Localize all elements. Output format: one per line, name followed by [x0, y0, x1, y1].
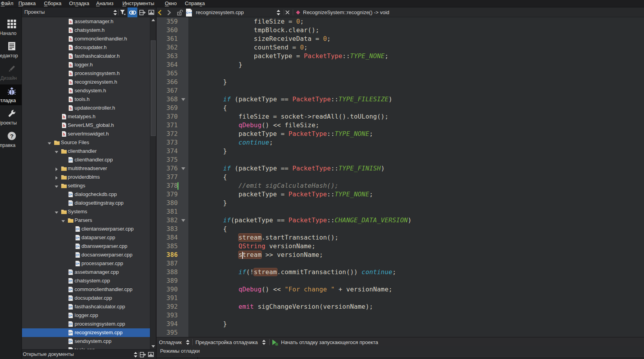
back-chevron-icon[interactable]	[158, 7, 164, 17]
tree-item-Source Files[interactable]: Source Files	[22, 138, 156, 147]
tree-item-processingsystem.h[interactable]: hprocessingsystem.h	[22, 69, 156, 78]
menu-8[interactable]: Справка	[185, 0, 205, 7]
split-panel-icon[interactable]	[139, 350, 146, 359]
tree-item-dbanswerparser.cpp[interactable]: Cdbanswerparser.cpp	[22, 242, 156, 251]
menu-7[interactable]: Окно	[165, 0, 177, 7]
fold-marker-icon[interactable]	[181, 219, 185, 222]
expanded-arrow-icon[interactable]	[61, 218, 66, 223]
editor-tab-filename[interactable]: recognizesystem.cpp	[196, 7, 244, 17]
menu-5[interactable]: Анализ	[96, 0, 113, 7]
tree-item-tools.h[interactable]: htools.h	[22, 95, 156, 104]
tree-item-multithreadserver[interactable]: multithreadserver	[22, 164, 156, 173]
start-debugging-label[interactable]: Начать отладку запускающегося проекта	[281, 337, 378, 347]
fold-marker-icon[interactable]	[181, 98, 185, 101]
tree-item-docsupdater.cpp[interactable]: Cdocsupdater.cpp	[22, 294, 156, 302]
tree-item-clienthandler[interactable]: clienthandler	[22, 147, 156, 156]
combo-updown-icon[interactable]	[186, 337, 192, 347]
tree-item-docsanswerparser.cpp[interactable]: Cdocsanswerparser.cpp	[22, 251, 156, 259]
start-debugging-icon[interactable]	[272, 337, 279, 347]
unlocked-padlock-icon[interactable]	[177, 7, 184, 17]
code-line-362: 362 countSend = 0;	[157, 43, 644, 52]
hide-panel-icon[interactable]	[148, 350, 154, 359]
tree-item-serverlmswidget.h[interactable]: hserverlmswidget.h	[22, 130, 156, 138]
tree-item-assetsmanager.h[interactable]: hassetsmanager.h	[22, 17, 156, 26]
expanded-arrow-icon[interactable]	[54, 209, 59, 214]
split-panel-icon[interactable]	[139, 7, 146, 17]
code-line-385: 385 QString versionName;	[157, 242, 644, 251]
mode-welcome-grid[interactable]: Начало	[0, 17, 22, 40]
menu-4[interactable]: Отладка	[69, 0, 89, 7]
mode-editor-document[interactable]: Редактор	[0, 40, 22, 62]
tree-item-Systems[interactable]: Systems	[22, 207, 156, 216]
tree-item-commonclienthandler.cpp[interactable]: Ccommonclienthandler.cpp	[22, 285, 156, 294]
tree-item-fasthashcalculator.cpp[interactable]: Cfasthashcalculator.cpp	[22, 302, 156, 311]
menu-1[interactable]: Файл	[1, 0, 13, 7]
tree-item-sendsystem.cpp[interactable]: Csendsystem.cpp	[22, 337, 156, 346]
tree-item-processparser.cpp[interactable]: Cprocessparser.cpp	[22, 259, 156, 268]
tree-item-logger.h[interactable]: hlogger.h	[22, 60, 156, 69]
tree-item-settings[interactable]: settings	[22, 181, 156, 190]
tree-item-dialogcheckdb.cpp[interactable]: Cdialogcheckdb.cpp	[22, 190, 156, 199]
menu-2[interactable]: Правка	[18, 0, 36, 7]
tree-item-chatsystem.h[interactable]: hchatsystem.h	[22, 26, 156, 35]
current-symbol-dropdown[interactable]: RecognizeSystem::recognize() -> void	[303, 7, 389, 17]
cpp-file-icon: C	[68, 200, 74, 206]
mode-debug-bug[interactable]: Отладка	[0, 84, 22, 105]
hide-panel-icon[interactable]	[148, 7, 155, 17]
mode-help-question[interactable]: ?Справка	[0, 129, 22, 152]
document-dropdown-icon[interactable]	[277, 7, 283, 17]
tree-item-fasthashcalculator.h[interactable]: hfasthashcalculator.h	[22, 52, 156, 60]
panel-selector-dropdown[interactable]	[112, 7, 118, 17]
expanded-arrow-icon[interactable]	[54, 183, 59, 188]
projects-wrench-icon	[7, 109, 16, 118]
mode-projects-wrench[interactable]: Проекты	[0, 107, 22, 129]
tree-item-updatecontroller.h[interactable]: hupdatecontroller.h	[22, 104, 156, 112]
scroll-up-icon[interactable]	[150, 17, 156, 23]
debugger-combo[interactable]: Отладчик	[159, 337, 182, 347]
tree-item-clientanswerparser.cpp[interactable]: Cclientanswerparser.cpp	[22, 225, 156, 233]
tree-item-providerdblms[interactable]: providerdblms	[22, 173, 156, 181]
text-cursor	[242, 252, 243, 259]
mode-design-pencil[interactable]: Дизайн	[0, 62, 22, 84]
forward-chevron-icon[interactable]	[167, 7, 173, 17]
collapsed-arrow-icon[interactable]	[54, 175, 59, 180]
menu-3[interactable]: Сборка	[44, 0, 62, 7]
tree-item-recognizesystem.cpp[interactable]: Crecognizesystem.cpp	[22, 328, 150, 337]
code-text: if (packetType == PacketType::TYPE_FINIS…	[192, 164, 385, 173]
current-line-number: 386	[157, 251, 178, 259]
link-with-editor-icon[interactable]	[128, 7, 137, 17]
tree-item-metatypes.h[interactable]: hmetatypes.h	[22, 112, 156, 121]
expanded-arrow-icon[interactable]	[47, 140, 52, 145]
panel-selector-dropdown[interactable]	[132, 350, 139, 359]
close-document-icon[interactable]	[285, 7, 292, 17]
tree-item-assetsmanager.cpp[interactable]: Cassetsmanager.cpp	[22, 268, 156, 277]
filter-funnel-icon[interactable]	[120, 7, 126, 17]
tree-item-sendsystem.h[interactable]: hsendsystem.h	[22, 86, 156, 95]
tree-item-dataparser.cpp[interactable]: Cdataparser.cpp	[22, 233, 156, 242]
tree-item-ServerLMS_global.h[interactable]: hServerLMS_global.h	[22, 121, 156, 130]
tree-item-docsupdater.h[interactable]: hdocsupdater.h	[22, 43, 156, 52]
tree-item-tools.cpp[interactable]: Ctools.cpp	[22, 346, 156, 349]
code-text: }	[192, 78, 227, 86]
collapsed-arrow-icon[interactable]	[54, 166, 59, 171]
menu-6[interactable]: Инструменты	[122, 0, 154, 7]
debugger-preset-combo[interactable]: Преднастройка отладчика	[195, 337, 258, 347]
scroll-down-icon[interactable]	[150, 344, 156, 349]
tree-item-processingsystem.cpp[interactable]: Cprocessingsystem.cpp	[22, 320, 156, 328]
code-editor[interactable]: 359 fileSize = 0;360 tmpBlock.clear();36…	[157, 17, 644, 337]
tree-item-recognizesystem.h[interactable]: hrecognizesystem.h	[22, 78, 156, 86]
tree-scrollbar-thumb[interactable]	[151, 40, 156, 136]
tree-item-chatsystem.cpp[interactable]: Cchatsystem.cpp	[22, 277, 156, 285]
tree-scrollbar[interactable]	[150, 17, 156, 349]
tree-item-Parsers[interactable]: Parsers	[22, 216, 156, 225]
tree-item-commonclienthandler.h[interactable]: hcommonclienthandler.h	[22, 35, 156, 43]
tree-item-logger.cpp[interactable]: Clogger.cpp	[22, 311, 156, 320]
cpp-file-icon: C	[75, 260, 81, 267]
expanded-arrow-icon[interactable]	[54, 149, 59, 154]
combo-updown-icon[interactable]	[262, 337, 268, 347]
tree-item-dialogsettingstray.cpp[interactable]: Cdialogsettingstray.cpp	[22, 199, 156, 207]
tree-item-clienthandler.cpp[interactable]: Cclienthandler.cpp	[22, 156, 156, 164]
line-number: 370	[157, 112, 178, 121]
line-number: 361	[157, 35, 178, 43]
fold-marker-icon[interactable]	[181, 167, 185, 170]
